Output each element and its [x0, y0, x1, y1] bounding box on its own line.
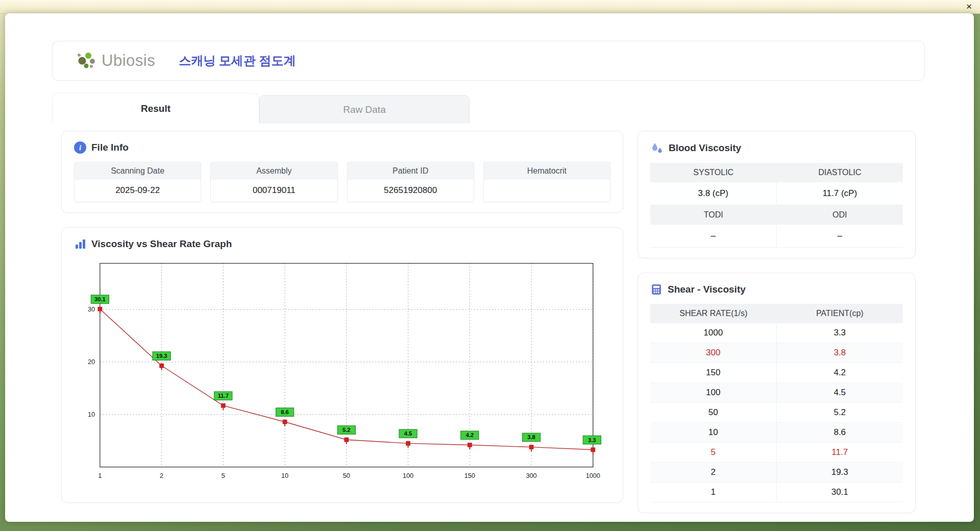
svg-text:3.3: 3.3: [588, 437, 596, 443]
svg-text:10: 10: [88, 411, 95, 418]
table-row: 108.6: [650, 423, 903, 443]
svg-text:1000: 1000: [586, 472, 600, 479]
svg-text:30.1: 30.1: [94, 296, 106, 302]
blood-viscosity-card: Blood Viscosity SYSTOLICDIASTOLIC3.8 (cP…: [638, 131, 916, 258]
bv-metric-label: SYSTOLIC: [650, 163, 777, 182]
svg-text:3.8: 3.8: [527, 434, 535, 440]
shear-table-body: 10003.33003.81504.21004.5505.2108.6511.7…: [650, 323, 903, 502]
left-column: i File Info Scanning Date2025-09-22Assem…: [61, 131, 623, 513]
field-value: [484, 180, 610, 202]
table-row: 1504.2: [650, 363, 903, 383]
viscosity-chart: 10203030.119.311.78.65.24.54.23.83.31251…: [74, 258, 610, 492]
shear-table-header: SHEAR RATE(1/s) PATIENT(cp): [650, 304, 903, 323]
file-info-card: i File Info Scanning Date2025-09-22Assem…: [61, 131, 623, 213]
bv-metric-value: –: [777, 225, 903, 248]
patient-viscosity-cell: 5.2: [777, 403, 903, 422]
shear-rate-cell: 50: [650, 403, 777, 422]
bar-chart-icon: [74, 238, 86, 250]
field-label: Scanning Date: [75, 162, 201, 180]
field-label: Hematocrit: [484, 162, 610, 180]
bv-metric-label: TODI: [650, 205, 777, 225]
field-value: 2025-09-22: [75, 180, 201, 202]
window-title-strip: ×: [0, 0, 980, 14]
svg-text:30: 30: [88, 306, 95, 313]
table-row: 3003.8: [650, 343, 903, 363]
graph-card: Viscosity vs Shear Rate Graph 10203030.1…: [61, 227, 623, 503]
shear-viscosity-card: Shear - Viscosity SHEAR RATE(1/s) PATIEN…: [638, 273, 916, 513]
shear-rate-cell: 2: [650, 463, 777, 482]
file-info-field: Scanning Date2025-09-22: [74, 162, 201, 202]
patient-viscosity-cell: 19.3: [777, 463, 903, 482]
shear-rate-cell: 1: [650, 482, 777, 502]
svg-text:150: 150: [464, 472, 475, 479]
bv-metric-value: 11.7 (cP): [777, 182, 903, 205]
blood-viscosity-grid: SYSTOLICDIASTOLIC3.8 (cP)11.7 (cP)TODIOD…: [650, 163, 903, 248]
patient-viscosity-cell: 3.3: [777, 323, 903, 343]
shear-rate-cell: 5: [650, 443, 777, 462]
patient-viscosity-cell: 8.6: [777, 423, 903, 442]
shear-rate-cell: 150: [650, 363, 777, 382]
patient-viscosity-cell: 11.7: [777, 443, 903, 462]
svg-text:10: 10: [281, 472, 288, 479]
shear-rate-column-header: SHEAR RATE(1/s): [650, 304, 777, 323]
blood-viscosity-title-row: Blood Viscosity: [650, 141, 903, 155]
field-value: 52651920800: [348, 180, 474, 202]
shear-rate-cell: 300: [650, 343, 777, 363]
graph-title: Viscosity vs Shear Rate Graph: [91, 238, 232, 250]
water-drops-icon: [650, 141, 664, 155]
bv-metric-label: ODI: [777, 205, 903, 225]
calculator-icon: [650, 283, 663, 296]
brand-logo: Ubiosis: [75, 50, 155, 71]
shear-viscosity-title: Shear - Viscosity: [668, 284, 746, 295]
tab-raw-data[interactable]: Raw Data: [259, 95, 470, 124]
screen: × Ubiosis 스캐닝 모세관 점도계 Result Raw Data: [0, 0, 980, 531]
file-info-title-row: i File Info: [74, 141, 610, 154]
svg-text:300: 300: [526, 472, 536, 479]
patient-viscosity-cell: 4.2: [777, 363, 903, 382]
field-value: 000719011: [211, 180, 337, 202]
brand-name: Ubiosis: [102, 52, 155, 70]
field-label: Patient ID: [348, 162, 474, 180]
blood-viscosity-title: Blood Viscosity: [669, 142, 741, 154]
page-title: 스캐닝 모세관 점도계: [179, 53, 296, 69]
shear-viscosity-title-row: Shear - Viscosity: [650, 283, 903, 296]
file-info-field: Assembly000719011: [210, 162, 337, 202]
tab-bar: Result Raw Data: [52, 93, 925, 124]
svg-text:100: 100: [403, 472, 413, 479]
table-row: 505.2: [650, 403, 903, 423]
file-info-field: Patient ID52651920800: [347, 162, 474, 202]
chart-svg: 10203030.119.311.78.65.24.54.23.83.31251…: [74, 258, 610, 492]
file-info-field: Hematocrit: [483, 162, 610, 202]
header-card: Ubiosis 스캐닝 모세관 점도계: [52, 41, 925, 81]
table-row: 10003.3: [650, 323, 903, 343]
right-column: Blood Viscosity SYSTOLICDIASTOLIC3.8 (cP…: [638, 131, 916, 513]
table-row: 219.3: [650, 463, 903, 482]
file-info-title: File Info: [91, 142, 129, 153]
app-window: Ubiosis 스캐닝 모세관 점도계 Result Raw Data i Fi…: [5, 13, 974, 522]
bv-metric-value: 3.8 (cP): [650, 182, 777, 205]
field-label: Assembly: [211, 162, 337, 180]
bv-metric-label: DIASTOLIC: [777, 163, 903, 182]
close-button[interactable]: ×: [966, 1, 972, 13]
svg-text:4.5: 4.5: [404, 430, 412, 437]
svg-text:5: 5: [222, 472, 225, 479]
tab-result[interactable]: Result: [52, 93, 259, 124]
patient-viscosity-cell: 4.5: [777, 383, 903, 402]
svg-text:1: 1: [98, 472, 102, 479]
svg-text:50: 50: [343, 472, 350, 479]
svg-text:11.7: 11.7: [218, 393, 229, 399]
svg-text:20: 20: [88, 358, 95, 366]
svg-text:8.6: 8.6: [281, 409, 289, 415]
shear-rate-cell: 10: [650, 423, 777, 442]
bv-metric-value: –: [650, 225, 777, 248]
graph-title-row: Viscosity vs Shear Rate Graph: [74, 238, 610, 250]
svg-text:2: 2: [160, 472, 163, 479]
file-info-fields: Scanning Date2025-09-22Assembly000719011…: [74, 162, 610, 202]
svg-text:19.3: 19.3: [156, 353, 167, 359]
info-icon: i: [74, 141, 86, 154]
patient-column-header: PATIENT(cp): [777, 304, 903, 323]
content-area: i File Info Scanning Date2025-09-22Assem…: [52, 124, 925, 513]
patient-viscosity-cell: 30.1: [777, 482, 903, 502]
svg-text:4.2: 4.2: [465, 432, 474, 438]
table-row: 511.7: [650, 443, 903, 463]
